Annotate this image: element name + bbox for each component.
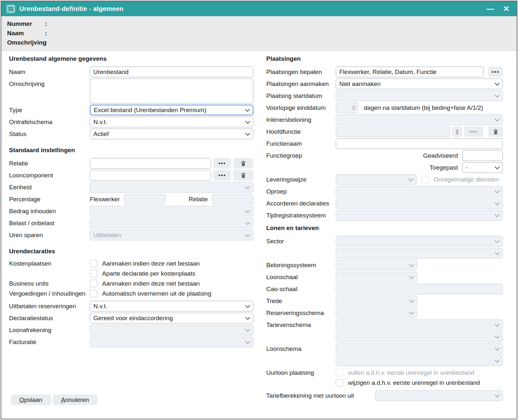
looncomponent-browse-button[interactable]: •••: [213, 170, 231, 181]
tariefberekening-select[interactable]: [375, 390, 503, 401]
belast-onbelast-select[interactable]: [90, 218, 253, 228]
cancel-button[interactable]: Annuleren: [53, 394, 98, 405]
header-row-omschrijving: Omschrijving :: [7, 38, 511, 47]
plaatsingen-aanmaken-select[interactable]: Niet aanmaken: [336, 79, 503, 89]
minimize-button[interactable]: —: [486, 4, 495, 13]
vergoedingen-overnemen-checkbox[interactable]: [90, 290, 97, 297]
trash-icon: [492, 129, 499, 135]
reserveringsschema-select[interactable]: [336, 308, 417, 318]
sector-select-2[interactable]: [336, 248, 503, 258]
tarievenschema-select-2[interactable]: [336, 331, 503, 342]
kostenplaatsen-label: Kostenplaatsen: [9, 260, 90, 267]
tarievenschema-select[interactable]: [336, 320, 503, 330]
accorderen-declaraties-select[interactable]: [336, 198, 503, 209]
kostenplaatsen-aanmaken-checkbox-label: Aanmaken indien deze niet bestaan: [102, 260, 200, 267]
loonschaal-select[interactable]: [336, 272, 417, 282]
functiegroep-geadviseerd-input[interactable]: [462, 150, 503, 161]
chevron-down-icon: [245, 109, 249, 112]
facturatie-select[interactable]: [90, 337, 253, 347]
chevron-down-icon: [245, 329, 250, 332]
loonafrekening-select[interactable]: [90, 325, 253, 335]
uurloon-wijzigen-checkbox[interactable]: [336, 379, 343, 386]
geadviseerd-label: Geadviseerd: [423, 152, 458, 159]
ontrafelschema-select[interactable]: N.v.t.: [90, 117, 253, 127]
uurloon-wijzigen-checkbox-label: wijzigen a.d.h.v. eerste urenregel in ur…: [348, 379, 480, 386]
beloningssysteem-label: Beloningssysteem: [266, 262, 336, 269]
plaatsingen-bepalen-input[interactable]: Flexwerker, Relatie, Datum, Functie: [336, 67, 483, 77]
percentage-relatie-input[interactable]: [212, 194, 253, 205]
tijdregistratiesysteem-select[interactable]: [336, 210, 503, 221]
inlenersbeloning-label: Inlenersbeloning: [266, 116, 336, 123]
hoofdfunctie-clear-button[interactable]: [488, 126, 503, 137]
eenheid-select[interactable]: [90, 182, 253, 193]
omschrijving-textarea[interactable]: [90, 79, 253, 103]
kostenplaatsen-aanmaken-checkbox[interactable]: [90, 260, 97, 267]
close-button[interactable]: ✕: [502, 4, 511, 13]
trede-select[interactable]: [336, 296, 417, 306]
chevron-down-icon: [245, 234, 250, 237]
functiegroep-label: Functiegroep: [266, 150, 336, 159]
uren-sparen-select[interactable]: Uitbetalen: [90, 230, 253, 240]
reserveringsschema-label: Reserveringsschema: [266, 310, 336, 317]
status-select[interactable]: Actief: [90, 129, 253, 139]
leveringswijze-label: Leveringswijze: [266, 176, 336, 183]
footer-actions: Opslaan Annuleren: [11, 394, 97, 405]
chevron-down-icon: [245, 186, 250, 189]
looncomponent-input[interactable]: [90, 170, 211, 181]
chevron-down-icon: [245, 317, 250, 320]
chevron-down-icon: [245, 132, 250, 136]
hoofdfunctie-input[interactable]: [336, 126, 450, 137]
accorderen-declaraties-label: Accorderen declaraties: [266, 200, 336, 207]
header-row-nummer: Nummer :: [7, 19, 511, 28]
uurloon-plaatsing-label: Uurloon plaatsing: [266, 369, 336, 376]
colon: :: [45, 20, 47, 27]
hoofdfunctie-browse-button[interactable]: •••: [464, 126, 483, 137]
loonschaal-label: Loonschaal: [266, 274, 336, 281]
belast-onbelast-label: Belast / onbelast: [9, 220, 90, 227]
titlebar: Urenbestand-definitie - algemeen — ✕: [1, 1, 517, 16]
section-title-standaard-instellingen: Standaard instellingen: [9, 147, 253, 154]
onregelmatige-diensten-checkbox[interactable]: [421, 176, 429, 183]
record-header: Nummer : Naam : Omschrijving :: [1, 16, 517, 51]
onregelmatige-diensten-checkbox-label: Onregelmatige diensten: [434, 176, 499, 183]
trash-icon: [240, 172, 247, 179]
looncomponent-clear-button[interactable]: [233, 170, 253, 181]
bedrag-inhouden-select[interactable]: [90, 206, 253, 216]
business-units-aanmaken-checkbox[interactable]: [90, 280, 97, 287]
inlenersbeloning-select[interactable]: [336, 114, 503, 125]
voorlopige-einddatum-input[interactable]: 0: [336, 102, 358, 113]
percentage-flexwerker-input[interactable]: [124, 194, 165, 205]
plaatsingen-bepalen-browse-button[interactable]: •••: [488, 67, 503, 77]
aparte-declaratie-checkbox-label: Aparte declaratie per kostenplaats: [102, 270, 195, 277]
relatie-browse-button[interactable]: •••: [213, 158, 231, 169]
declaratiestatus-select[interactable]: Gereed voor eindaccordering: [90, 313, 253, 323]
uurloon-vullen-checkbox[interactable]: [336, 369, 343, 376]
save-button[interactable]: Opslaan: [11, 394, 51, 405]
uitbetalen-reserveringen-select[interactable]: N.v.t.: [90, 301, 253, 311]
oproep-select[interactable]: [336, 186, 503, 197]
leveringswijze-select[interactable]: [336, 174, 417, 185]
functienaam-input[interactable]: [336, 138, 503, 149]
chevron-down-icon: [245, 121, 250, 124]
uurloon-vullen-checkbox-label: vullen a.d.h.v. eerste urenregel in uren…: [348, 369, 474, 376]
hoofdfunctie-info-button[interactable]: i: [452, 126, 462, 137]
aparte-declaratie-checkbox[interactable]: [90, 270, 97, 277]
functiegroep-toegepast-select[interactable]: -: [462, 162, 503, 173]
loonschema-select-2[interactable]: [336, 355, 503, 366]
omschrijving-field-label: Omschrijving: [9, 79, 90, 88]
naam-input[interactable]: Urenbestand: [90, 67, 253, 77]
plaatsing-startdatum-select[interactable]: [336, 90, 503, 101]
oproep-label: Oproep: [266, 188, 336, 195]
relatie-input[interactable]: [90, 158, 211, 169]
type-label: Type: [9, 107, 90, 114]
relatie-clear-button[interactable]: [233, 158, 253, 169]
chevron-down-icon: [409, 311, 414, 315]
voorlopige-einddatum-suffix: dagen na startdatum (bij beding+fase A/1…: [364, 104, 483, 111]
cao-schaal-input[interactable]: [336, 284, 503, 294]
loonschema-select[interactable]: [336, 343, 503, 354]
type-select[interactable]: Excel bestand (Urenbestanden Premium): [90, 105, 253, 115]
sector-select[interactable]: [336, 236, 503, 247]
business-units-aanmaken-checkbox-label: Aanmaken indien deze niet bestaan: [102, 280, 200, 287]
looncomponent-label: Looncomponent: [9, 172, 90, 179]
beloningssysteem-select[interactable]: [336, 260, 417, 270]
